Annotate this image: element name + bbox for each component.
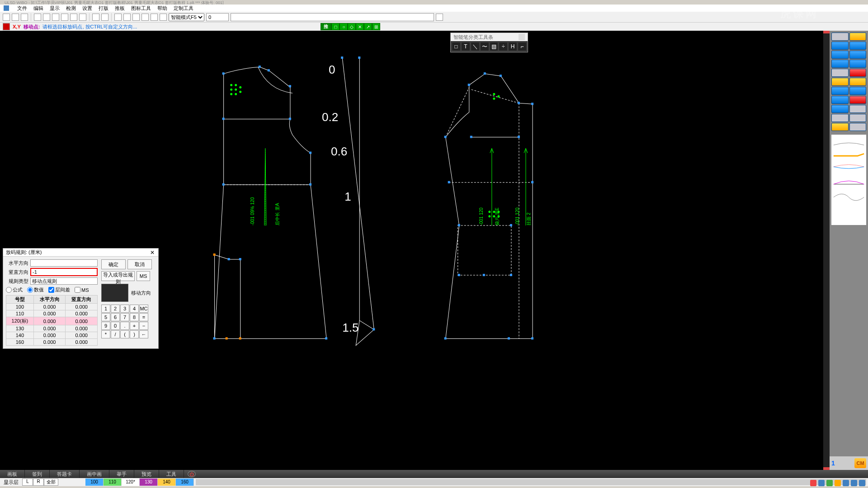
size-130[interactable]: 130 [140,479,158,486]
close-icon[interactable]: ✕ [149,249,156,256]
tab-raise-hand[interactable]: 举手 [109,470,134,478]
rp-btn[interactable] [849,51,867,59]
ft-corner-icon[interactable]: ⌐ [518,42,527,51]
menu-edit[interactable]: 编辑 [33,5,43,12]
rp-btn[interactable] [849,87,867,95]
table-row[interactable]: 1000.0000.000 [6,304,98,310]
radio-formula[interactable]: 公式 [6,286,23,293]
check-layer[interactable]: 层间差 [48,286,70,293]
size-110[interactable]: 110 [104,479,122,486]
float-toolbar-title[interactable]: 智能笔分类工具条 [451,33,528,41]
sc-btn-5[interactable]: ↗ [364,23,372,30]
menu-display[interactable]: 显示 [50,5,60,12]
tool-b-icon[interactable] [142,14,149,21]
ft-text-icon[interactable]: T [461,42,470,51]
rp-btn[interactable] [849,105,867,113]
rule-type-input[interactable] [30,277,98,285]
rp-btn[interactable] [831,123,849,131]
cursor-icon[interactable] [436,14,443,21]
menu-file[interactable]: 文件 [17,5,27,12]
keypad-key[interactable]: 0 [111,322,120,330]
tray-icon[interactable] [826,480,833,486]
rp-btn[interactable] [831,42,849,50]
ft-divide-icon[interactable]: ÷ [499,42,508,51]
rp-btn[interactable] [831,60,849,68]
layer-all-button[interactable]: 全部 [44,479,58,486]
keypad-key[interactable]: = [139,313,148,321]
ms-button[interactable]: MS [137,271,150,281]
keypad-key[interactable]: * [101,330,110,338]
rp-btn[interactable] [831,33,849,41]
tab-signin[interactable]: 签到 [25,470,50,478]
size-120[interactable]: 120* [122,479,140,486]
size-100[interactable]: 100 [85,479,104,486]
tool-c-icon[interactable] [151,14,158,21]
keypad-key[interactable]: 5 [101,313,110,321]
tool-a-icon[interactable] [132,14,140,21]
rp-btn[interactable] [831,96,849,104]
horizontal-input[interactable] [30,259,98,267]
ft-curve-icon[interactable]: 〜 [480,42,489,51]
vertical-scrollbar[interactable] [823,31,830,470]
sc-btn-6[interactable]: ⊞ [372,23,380,30]
keypad-key[interactable]: 3 [120,305,129,313]
rp-btn[interactable] [849,33,867,41]
tray-icon[interactable] [859,480,865,486]
tray-icon[interactable] [818,480,825,486]
rp-btn[interactable] [831,78,849,86]
menu-icons[interactable]: 图标工具 [131,5,151,12]
table-row[interactable]: 1600.0000.000 [6,339,98,346]
ok-button[interactable]: 确定 [101,259,126,269]
dialog-title-bar[interactable]: 放码规则: (厘米) ✕ [3,249,158,257]
table-row[interactable]: 1300.0000.000 [6,325,98,332]
tab-pip[interactable]: 画中画 [80,470,109,478]
tab-preview[interactable]: 预览 [134,470,159,478]
select-icon[interactable] [114,14,122,21]
size-strip[interactable] [196,479,866,485]
menu-help[interactable]: 帮助 [157,5,167,12]
rp-btn[interactable] [831,105,849,113]
redo-icon[interactable] [101,14,108,21]
rp-btn[interactable] [849,60,867,68]
table-row[interactable]: 120(标)0.0000.000 [6,317,98,325]
command-input[interactable] [231,13,434,21]
import-export-button[interactable]: 导入或导出规则 [101,271,135,281]
keypad-key[interactable]: − [139,322,148,330]
keypad-key[interactable]: 2 [111,305,120,313]
keypad-key[interactable]: 8 [130,313,139,321]
power-icon[interactable]: ⏻ [188,471,196,477]
menu-custom[interactable]: 定制工具 [174,5,193,12]
rp-btn[interactable] [831,114,849,122]
grade-toggle-button[interactable]: 推 [321,23,331,30]
rp-btn[interactable] [831,51,849,59]
size-140[interactable]: 140 [158,479,176,486]
tray-icon[interactable] [835,480,841,486]
menu-check[interactable]: 检测 [66,5,76,12]
rp-btn[interactable] [849,78,867,86]
pan-icon[interactable] [61,14,68,21]
menu-pattern[interactable]: 打版 [99,5,108,12]
zoom-fit-icon[interactable] [52,14,59,21]
layer-l-button[interactable]: L [22,479,33,486]
rp-btn[interactable] [849,96,867,104]
new-icon[interactable] [3,14,10,21]
rp-btn[interactable] [849,42,867,50]
rp-btn[interactable] [849,114,867,122]
keypad-key[interactable]: . [120,322,129,330]
keypad-key[interactable]: ) [130,330,139,338]
keypad-key[interactable]: 4 [130,305,139,313]
unit-cm-button[interactable]: CM [854,458,866,468]
tray-icon[interactable] [810,480,816,486]
cancel-button[interactable]: 取消 [127,259,152,269]
mode-value-input[interactable] [206,13,229,21]
close-icon[interactable] [519,34,525,40]
rp-btn[interactable] [831,69,849,77]
move-icon[interactable] [123,14,131,21]
sc-btn-1[interactable]: □ [331,23,340,30]
keypad-key[interactable]: 7 [120,313,129,321]
rp-btn[interactable] [849,123,867,131]
keypad-key[interactable]: + [130,322,139,330]
layer-r-button[interactable]: R [33,479,44,486]
tab-canvas[interactable]: 画板 [0,470,25,478]
smart-pen-toolbar[interactable]: 智能笔分类工具条 □ T ＼ 〜 ▧ ÷ H ⌐ [450,33,528,52]
